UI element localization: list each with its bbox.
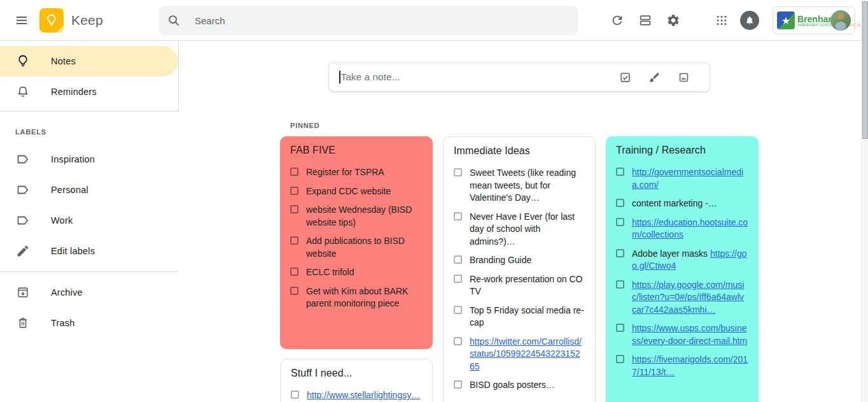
note-card-title: Stuff I need... [291,368,422,379]
sidebar-item-trash[interactable]: Trash [0,308,178,338]
note-card-title: FAB FIVE [290,145,423,156]
checkbox[interactable] [291,391,299,399]
sidebar-item-label: Notes [51,56,76,66]
checkbox[interactable] [290,287,298,295]
item-text: BISD goals posters… [470,379,555,392]
note-card-title: Immediate Ideas [454,145,585,157]
sidebar-item-personal[interactable]: Personal [0,175,178,205]
notifications-button[interactable] [736,6,764,34]
item-link[interactable]: https://www.usps.com/business/every-door… [632,322,748,347]
archive-icon [15,285,31,300]
checkbox[interactable] [616,280,624,289]
take-a-note-input[interactable]: Take a note... [328,62,710,92]
item-link[interactable]: https://education.hootsuite.com/collecti… [632,217,748,241]
text-caret [339,71,340,83]
item-text: Re-work presentation on CO TV [470,273,585,298]
item-text: Get with Kim about BARK parent monitorin… [306,285,423,310]
star-icon: ★ [781,16,790,26]
item-link[interactable]: http://governmentsocialmedia.com/ [632,166,748,191]
sidebar-item-label: Work [51,215,73,226]
lightbulb-icon [15,54,31,69]
checklist-item: Sweet Tweets (like reading mean tweets, … [454,167,585,205]
checklist-item: Top 5 Friday social media re-cap [454,305,585,329]
checkbox[interactable] [454,380,462,389]
refresh-button[interactable] [603,6,631,34]
checkbox[interactable] [616,168,624,176]
scrollbar-track[interactable] [861,0,868,402]
checklist-item: content marketing -… [616,197,748,210]
sidebar-item-label: Archive [51,287,83,298]
note-card-immediate-ideas[interactable]: Immediate Ideas Sweet Tweets (like readi… [443,136,596,402]
item-text: content marketing -… [632,197,717,210]
checkbox[interactable] [290,268,298,276]
pinned-section-heading: PINNED [290,122,319,129]
search-icon [167,13,181,27]
sidebar-item-edit-labels[interactable]: Edit labels [0,236,178,266]
item-link[interactable]: http://www.stellarlightingsy… [307,389,420,402]
checkbox[interactable] [454,306,462,314]
note-input-placeholder: Take a note... [341,71,400,83]
checkbox[interactable] [290,168,298,176]
item-link[interactable]: https://fivemarigolds.com/2017/11/13/t… [632,354,748,378]
note-card-fab-five[interactable]: FAB FIVE Register for TSPRA Expand CDC w… [280,136,433,349]
checklist-item: http://governmentsocialmedia.com/ [616,166,748,191]
pencil-icon [15,243,31,259]
sidebar-item-label: Personal [51,185,88,195]
checklist-item: https://www.usps.com/business/every-door… [616,322,748,347]
list-view-toggle-button[interactable] [631,6,659,34]
checkbox[interactable] [454,255,462,264]
note-tools [610,63,698,91]
new-drawing-button[interactable] [640,63,669,91]
sidebar-item-work[interactable]: Work [0,205,178,236]
new-checklist-button[interactable] [610,63,640,91]
checkbox[interactable] [290,236,298,245]
scrollbar-thumb[interactable] [862,1,868,139]
sidebar: Notes Reminders LABELS Inspiration [0,41,178,402]
bell-icon [15,84,31,99]
checkbox[interactable] [616,199,624,207]
google-apps-button[interactable] [708,6,736,34]
checkbox[interactable] [290,187,298,195]
item-text: Top 5 Friday social media re-cap [470,305,585,329]
org-name: Brenham [797,15,827,24]
new-image-button[interactable] [669,63,698,91]
checkbox[interactable] [616,218,624,226]
sidebar-item-notes[interactable]: Notes [0,46,178,76]
note-card-training-research[interactable]: Training / Research http://governmentsoc… [606,136,759,402]
note-card-stuff-i-need[interactable]: Stuff I need... http://www.stellarlighti… [280,359,433,402]
notifications-icon [740,11,759,30]
sidebar-item-reminders[interactable]: Reminders [0,76,178,107]
item-text: website Wednesday (BISD website tips) [306,204,423,229]
checklist-item: ECLC trifold [290,266,423,279]
checkbox[interactable] [454,212,462,220]
sidebar-item-archive[interactable]: Archive [0,277,178,308]
gear-icon [666,13,680,27]
search-input[interactable] [195,15,526,26]
checklist-item: Never Have I Ever (for last day of schoo… [454,211,585,248]
checkbox[interactable] [290,205,298,213]
note-card-title: Training / Research [616,145,748,156]
apps-grid-icon [715,14,728,27]
settings-button[interactable] [659,6,687,34]
account-badge[interactable]: ★ Brenham INDEPENDENT SCHOOL DISTRICT ES… [773,6,855,34]
checklist-item: https://education.hootsuite.com/collecti… [616,217,748,241]
checkbox[interactable] [454,337,462,345]
checkbox[interactable] [616,355,624,363]
checkbox[interactable] [454,168,462,176]
main-menu-button[interactable] [8,6,36,34]
keep-logo-icon [39,8,64,32]
sidebar-divider [0,111,178,111]
checklist-item: http://www.stellarlightingsy… [291,389,422,402]
checkbox[interactable] [616,249,624,257]
item-link[interactable]: https://play.google.com/music/listen?u=0… [632,279,748,317]
avatar[interactable] [830,10,851,31]
checklist-item: https://twitter.com/Carrollisd/status/10… [454,336,585,373]
search-bar[interactable] [159,6,578,35]
keep-logo-home-link[interactable]: Keep [39,8,103,32]
checklist-item: Get with Kim about BARK parent monitorin… [290,285,423,310]
labels-heading: LABELS [15,128,46,136]
item-link[interactable]: https://twitter.com/Carrollisd/status/10… [470,336,585,373]
checkbox[interactable] [616,324,624,332]
checkbox[interactable] [454,275,462,283]
sidebar-item-inspiration[interactable]: Inspiration [0,144,178,175]
